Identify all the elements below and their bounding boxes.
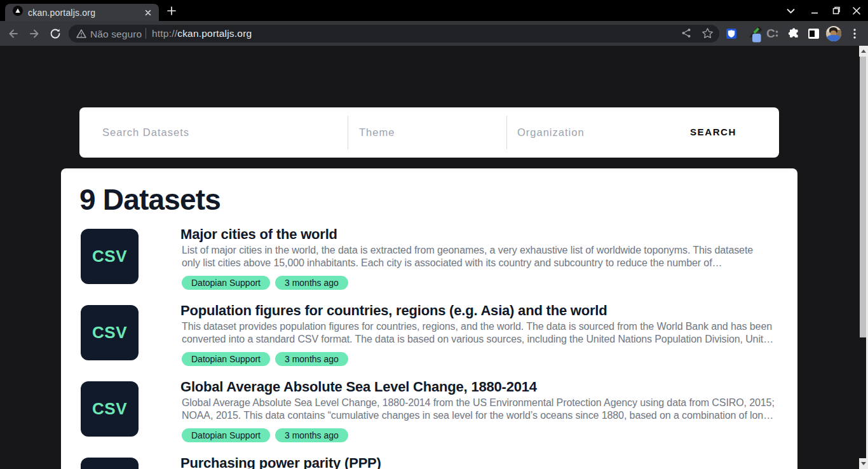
svg-text:C: C <box>766 28 775 39</box>
